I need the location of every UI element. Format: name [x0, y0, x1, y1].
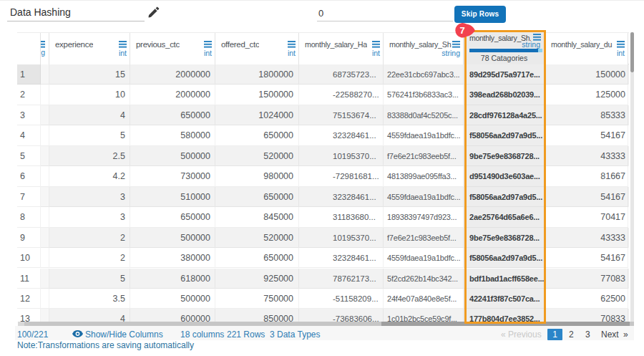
svg-text:7: 7	[459, 25, 464, 36]
